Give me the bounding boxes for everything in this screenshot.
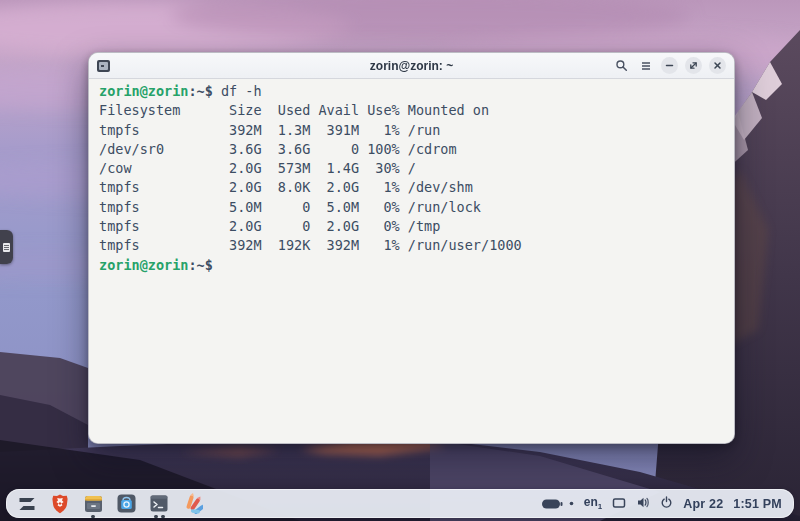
terminal-line: Filesystem Size Used Avail Use% Mounted … xyxy=(99,101,734,120)
date-display[interactable]: Apr 22 xyxy=(683,497,723,511)
close-button[interactable] xyxy=(709,57,726,74)
files-icon xyxy=(83,494,104,514)
volume-icon xyxy=(636,496,650,509)
terminal-line: /cow 2.0G 573M 1.4G 30% / xyxy=(99,159,734,178)
prompt-user: zorin@zorin xyxy=(99,83,188,99)
time-display[interactable]: 1:51 PM xyxy=(733,497,782,511)
keyboard-layout-indicator[interactable]: en1 xyxy=(584,495,602,511)
display-icon xyxy=(612,497,626,509)
prompt-user: zorin@zorin xyxy=(99,257,188,273)
battery-icon xyxy=(541,498,565,510)
terminal-line: tmpfs 392M 192K 392M 1% /run/user/1000 xyxy=(99,236,734,255)
hidden-panel-handle-icon xyxy=(3,243,10,252)
system-tray: en1 Apr 22 1:51 PM xyxy=(541,495,782,513)
terminal-line: zorin@zorin:~$ df -h xyxy=(99,82,734,101)
running-indicator xyxy=(146,515,172,518)
terminal-line: /dev/sr0 3.6G 3.6G 0 100% /cdrom xyxy=(99,140,734,159)
minimize-button[interactable] xyxy=(661,57,678,74)
prompt-suffix: :~$ xyxy=(188,83,212,99)
terminal-line: tmpfs 2.0G 0 2.0G 0% /tmp xyxy=(99,217,734,236)
terminal-line: tmpfs 5.0M 0 5.0M 0% /run/lock xyxy=(99,198,734,217)
terminal-line: tmpfs 2.0G 8.0K 2.0G 1% /dev/shm xyxy=(99,178,734,197)
taskbar-files-button[interactable] xyxy=(80,491,106,517)
zorin-menu-icon xyxy=(16,493,38,515)
maximize-button[interactable] xyxy=(685,57,702,74)
menu-icon xyxy=(640,60,652,72)
taskbar-appearance-button[interactable] xyxy=(179,491,205,517)
power-indicator[interactable] xyxy=(660,495,673,513)
terminal-icon xyxy=(149,494,169,513)
appearance-icon xyxy=(181,493,203,515)
terminal-window: zorin@zorin: ~ xyxy=(88,52,735,444)
taskbar-terminal-button[interactable] xyxy=(146,491,172,517)
prompt-suffix: :~$ xyxy=(188,257,212,273)
terminal-app-icon xyxy=(97,60,110,72)
search-icon xyxy=(615,59,628,72)
maximize-icon xyxy=(688,60,699,71)
terminal-content[interactable]: zorin@zorin:~$ df -hFilesystem Size Used… xyxy=(89,79,734,443)
close-icon xyxy=(712,60,723,71)
hidden-panel-handle[interactable] xyxy=(0,230,13,264)
taskbar-software-button[interactable] xyxy=(113,491,139,517)
keyboard-layout-index: 1 xyxy=(598,503,602,512)
display-indicator[interactable] xyxy=(612,495,626,513)
taskbar-brave-button[interactable] xyxy=(47,491,73,517)
keyboard-layout-code: en xyxy=(584,495,598,509)
brave-icon xyxy=(50,493,70,515)
terminal-line: zorin@zorin:~$ xyxy=(99,256,734,275)
desktop: { "window": { "title": "zorin@zorin: ~" … xyxy=(0,0,800,521)
software-store-icon xyxy=(116,493,137,514)
volume-indicator[interactable] xyxy=(636,495,650,513)
taskbar: en1 Apr 22 1:51 PM xyxy=(6,489,794,518)
taskbar-zorin-menu-button[interactable] xyxy=(14,491,40,517)
power-icon xyxy=(660,496,673,509)
running-indicator xyxy=(80,515,106,518)
battery-status-dot-icon xyxy=(569,501,574,506)
search-button[interactable] xyxy=(613,57,630,74)
minimize-icon xyxy=(664,60,675,71)
titlebar[interactable]: zorin@zorin: ~ xyxy=(89,53,734,79)
battery-indicator[interactable] xyxy=(541,498,574,510)
terminal-line: tmpfs 392M 1.3M 391M 1% /run xyxy=(99,121,734,140)
command-text: df -h xyxy=(213,83,262,99)
menu-button[interactable] xyxy=(637,57,654,74)
